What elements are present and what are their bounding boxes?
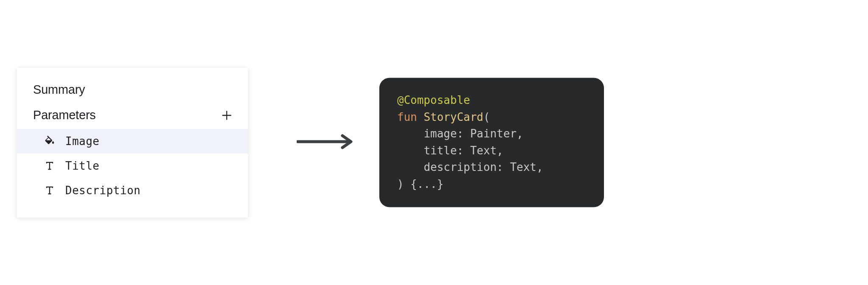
parameters-label: Parameters [33,108,96,122]
parameter-name: Title [65,159,100,172]
code-open-paren: ( [484,111,490,123]
panel-title: Summary [17,83,248,108]
parameter-name: Image [65,135,100,148]
code-keyword-fun: fun [397,111,417,123]
add-parameter-button[interactable] [219,108,234,123]
text-icon [43,159,56,172]
code-function-name: StoryCard [424,111,484,123]
fill-icon [43,135,56,148]
parameters-header-row: Parameters [17,108,248,129]
code-param-type: Painter [470,127,517,140]
parameter-name: Description [65,184,141,197]
arrow-icon [297,133,354,152]
code-param-name: description [424,161,497,174]
plus-icon [221,109,233,121]
parameters-panel: Summary Parameters Image Title Descripti… [17,68,248,218]
code-preview: @Composable fun StoryCard( image: Painte… [379,78,604,207]
text-icon [43,184,56,197]
parameter-row-image[interactable]: Image [17,129,248,154]
parameter-row-description[interactable]: Description [17,178,248,203]
code-param-type: Text [510,161,537,174]
code-annotation: @Composable [397,94,470,106]
code-param-name: title [424,144,457,157]
code-param-name: image [424,127,457,140]
code-param-type: Text [470,144,497,157]
parameter-row-title[interactable]: Title [17,154,248,178]
code-close: ) {...} [397,178,444,190]
